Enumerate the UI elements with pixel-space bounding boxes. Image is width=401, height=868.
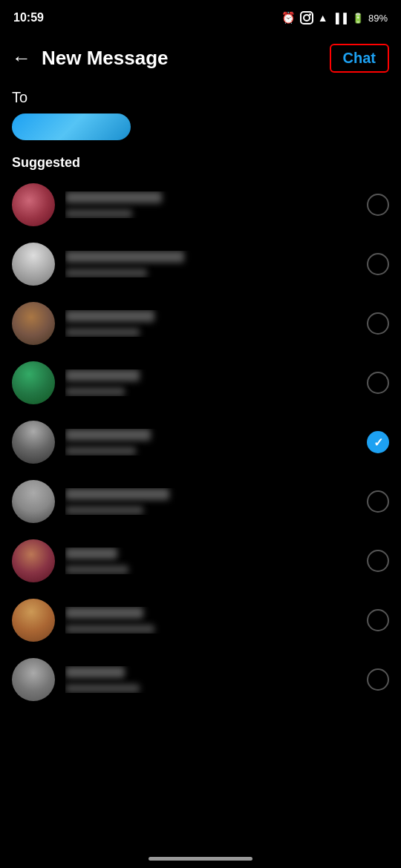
select-radio[interactable] <box>367 431 389 453</box>
contact-handle <box>65 506 143 515</box>
contact-handle <box>65 684 140 693</box>
select-radio[interactable] <box>367 312 389 335</box>
contact-handle <box>65 328 140 337</box>
contact-name <box>65 369 140 381</box>
contact-name <box>65 607 143 619</box>
contact-info <box>65 251 367 277</box>
select-radio[interactable] <box>367 490 389 513</box>
home-bar <box>149 857 252 861</box>
contact-info <box>65 191 367 218</box>
header-left: ← New Message <box>12 47 169 70</box>
avatar <box>12 361 55 404</box>
page-title: New Message <box>42 47 169 70</box>
to-input-bar[interactable] <box>12 114 131 140</box>
contact-handle <box>65 447 136 456</box>
contact-handle <box>65 387 125 396</box>
contact-info <box>65 369 367 396</box>
avatar <box>12 539 55 582</box>
status-bar: 10:59 ⏰ ▲ ▐▐ 🔋 89% <box>0 0 401 33</box>
contact-info <box>65 429 367 456</box>
list-item[interactable] <box>0 531 401 591</box>
list-item[interactable] <box>0 591 401 650</box>
contact-name <box>65 251 184 263</box>
instagram-icon <box>300 11 313 24</box>
contact-name <box>65 548 117 559</box>
list-item[interactable] <box>0 353 401 412</box>
suggested-label: Suggested <box>0 148 401 175</box>
contact-info <box>65 607 367 634</box>
contact-name <box>65 429 151 441</box>
contact-info <box>65 310 367 337</box>
contact-name <box>65 488 169 500</box>
contact-info <box>65 666 367 693</box>
select-radio[interactable] <box>367 609 389 631</box>
to-section: To <box>0 85 401 148</box>
contact-name <box>65 191 162 203</box>
signal-icon: ▐▐ <box>333 13 348 24</box>
select-radio[interactable] <box>367 194 389 216</box>
contact-info <box>65 548 367 574</box>
contact-info <box>65 488 367 515</box>
battery-icon: 🔋 <box>352 13 364 24</box>
to-label: To <box>12 89 389 106</box>
contact-handle <box>65 209 132 218</box>
contact-list <box>0 175 401 709</box>
avatar <box>12 302 55 345</box>
select-radio[interactable] <box>367 668 389 691</box>
back-button[interactable]: ← <box>12 47 31 70</box>
contact-name <box>65 666 125 678</box>
contact-handle <box>65 565 128 574</box>
list-item[interactable] <box>0 234 401 294</box>
alarm-icon: ⏰ <box>281 11 296 24</box>
avatar <box>12 599 55 642</box>
contact-name <box>65 310 154 322</box>
select-radio[interactable] <box>367 372 389 394</box>
avatar <box>12 243 55 286</box>
list-item[interactable] <box>0 294 401 353</box>
avatar <box>12 480 55 523</box>
avatar <box>12 658 55 701</box>
avatar <box>12 183 55 226</box>
contact-handle <box>65 269 147 277</box>
header: ← New Message Chat <box>0 33 401 85</box>
select-radio[interactable] <box>367 550 389 572</box>
list-item[interactable] <box>0 175 401 234</box>
status-icons: ⏰ ▲ ▐▐ 🔋 89% <box>281 11 388 24</box>
chat-button[interactable]: Chat <box>330 44 389 73</box>
battery-percentage: 89% <box>368 13 388 24</box>
select-radio[interactable] <box>367 253 389 275</box>
avatar <box>12 421 55 464</box>
contact-handle <box>65 625 154 634</box>
list-item[interactable] <box>0 472 401 531</box>
wifi-icon: ▲ <box>318 12 328 24</box>
list-item[interactable] <box>0 412 401 472</box>
status-time: 10:59 <box>13 11 44 24</box>
list-item[interactable] <box>0 650 401 709</box>
